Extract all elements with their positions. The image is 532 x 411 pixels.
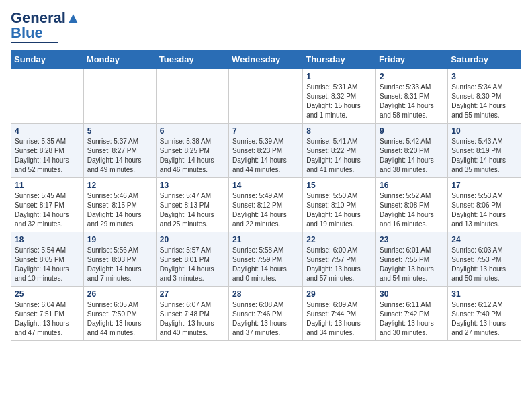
day-number: 27 (160, 289, 225, 299)
day-cell: 13 Sunrise: 5:47 AMSunset: 8:13 PMDaylig… (156, 178, 228, 232)
day-info: Sunrise: 6:12 AMSunset: 7:40 PMDaylight:… (451, 301, 506, 336)
day-info: Sunrise: 5:43 AMSunset: 8:19 PMDaylight:… (451, 138, 506, 173)
day-info: Sunrise: 5:35 AMSunset: 8:28 PMDaylight:… (15, 138, 69, 173)
day-info: Sunrise: 6:00 AMSunset: 7:57 PMDaylight:… (306, 246, 361, 282)
day-number: 18 (15, 235, 80, 244)
day-info: Sunrise: 5:41 AMSunset: 8:22 PMDaylight:… (306, 138, 361, 173)
logo: General▲ Blue (11, 11, 81, 43)
week-row-2: 4 Sunrise: 5:35 AMSunset: 8:28 PMDayligh… (11, 124, 521, 178)
day-number: 15 (306, 181, 372, 190)
calendar-table: SundayMondayTuesdayWednesdayThursdayFrid… (11, 50, 521, 341)
day-cell: 14 Sunrise: 5:49 AMSunset: 8:12 PMDaylig… (229, 178, 303, 232)
day-cell: 18 Sunrise: 5:54 AMSunset: 8:05 PMDaylig… (11, 232, 84, 287)
day-cell: 8 Sunrise: 5:41 AMSunset: 8:22 PMDayligh… (303, 124, 376, 178)
day-number: 22 (306, 235, 372, 244)
day-number: 11 (15, 181, 80, 190)
day-number: 26 (87, 289, 152, 299)
calendar-header: SundayMondayTuesdayWednesdayThursdayFrid… (11, 50, 521, 69)
week-row-4: 18 Sunrise: 5:54 AMSunset: 8:05 PMDaylig… (11, 232, 521, 287)
day-cell: 22 Sunrise: 6:00 AMSunset: 7:57 PMDaylig… (303, 232, 376, 287)
day-info: Sunrise: 5:46 AMSunset: 8:15 PMDaylight:… (87, 192, 142, 228)
day-info: Sunrise: 5:53 AMSunset: 8:06 PMDaylight:… (451, 192, 506, 228)
day-cell (11, 69, 84, 124)
day-number: 19 (87, 235, 152, 244)
day-cell: 23 Sunrise: 6:01 AMSunset: 7:55 PMDaylig… (376, 232, 448, 287)
day-number: 5 (87, 126, 152, 136)
day-cell: 15 Sunrise: 5:50 AMSunset: 8:10 PMDaylig… (303, 178, 376, 232)
weekday-row: SundayMondayTuesdayWednesdayThursdayFrid… (11, 50, 521, 69)
day-cell: 10 Sunrise: 5:43 AMSunset: 8:19 PMDaylig… (448, 124, 521, 178)
day-cell (156, 69, 228, 124)
day-cell: 6 Sunrise: 5:38 AMSunset: 8:25 PMDayligh… (156, 124, 228, 178)
day-number: 10 (451, 126, 517, 136)
weekday-header-friday: Friday (376, 50, 448, 69)
day-info: Sunrise: 6:07 AMSunset: 7:48 PMDaylight:… (160, 301, 214, 336)
day-info: Sunrise: 5:39 AMSunset: 8:23 PMDaylight:… (232, 138, 287, 173)
day-cell: 25 Sunrise: 6:04 AMSunset: 7:51 PMDaylig… (11, 287, 84, 341)
week-row-1: 1 Sunrise: 5:31 AMSunset: 8:32 PMDayligh… (11, 69, 521, 124)
day-number: 9 (380, 126, 444, 136)
day-info: Sunrise: 6:05 AMSunset: 7:50 PMDaylight:… (87, 301, 142, 336)
day-number: 6 (160, 126, 225, 136)
day-cell: 20 Sunrise: 5:57 AMSunset: 8:01 PMDaylig… (156, 232, 228, 287)
day-info: Sunrise: 5:38 AMSunset: 8:25 PMDaylight:… (160, 138, 214, 173)
day-number: 3 (451, 72, 517, 81)
day-info: Sunrise: 5:34 AMSunset: 8:30 PMDaylight:… (451, 83, 506, 119)
day-info: Sunrise: 5:42 AMSunset: 8:20 PMDaylight:… (380, 138, 434, 173)
logo-line (11, 42, 58, 43)
day-info: Sunrise: 6:03 AMSunset: 7:53 PMDaylight:… (451, 246, 506, 282)
day-info: Sunrise: 5:50 AMSunset: 8:10 PMDaylight:… (306, 192, 361, 228)
week-row-3: 11 Sunrise: 5:45 AMSunset: 8:17 PMDaylig… (11, 178, 521, 232)
day-info: Sunrise: 5:56 AMSunset: 8:03 PMDaylight:… (87, 246, 142, 282)
day-info: Sunrise: 5:57 AMSunset: 8:01 PMDaylight:… (160, 246, 214, 282)
day-number: 13 (160, 181, 225, 190)
day-number: 7 (232, 126, 299, 136)
day-cell (83, 69, 156, 124)
day-cell: 19 Sunrise: 5:56 AMSunset: 8:03 PMDaylig… (83, 232, 156, 287)
day-info: Sunrise: 5:49 AMSunset: 8:12 PMDaylight:… (232, 192, 287, 228)
day-number: 23 (380, 235, 444, 244)
day-info: Sunrise: 6:08 AMSunset: 7:46 PMDaylight:… (232, 301, 287, 336)
day-info: Sunrise: 6:09 AMSunset: 7:44 PMDaylight:… (306, 301, 361, 336)
day-info: Sunrise: 5:31 AMSunset: 8:32 PMDaylight:… (306, 83, 361, 119)
day-number: 20 (160, 235, 225, 244)
page-header: General▲ Blue (11, 11, 521, 43)
weekday-header-sunday: Sunday (11, 50, 84, 69)
day-cell: 30 Sunrise: 6:11 AMSunset: 7:42 PMDaylig… (376, 287, 448, 341)
day-number: 1 (306, 72, 372, 81)
calendar-body: 1 Sunrise: 5:31 AMSunset: 8:32 PMDayligh… (11, 69, 521, 341)
day-info: Sunrise: 5:47 AMSunset: 8:13 PMDaylight:… (160, 192, 214, 228)
day-cell: 27 Sunrise: 6:07 AMSunset: 7:48 PMDaylig… (156, 287, 228, 341)
weekday-header-wednesday: Wednesday (229, 50, 303, 69)
day-number: 24 (451, 235, 517, 244)
day-info: Sunrise: 5:58 AMSunset: 7:59 PMDaylight:… (232, 246, 287, 282)
day-cell: 7 Sunrise: 5:39 AMSunset: 8:23 PMDayligh… (229, 124, 303, 178)
day-info: Sunrise: 5:45 AMSunset: 8:17 PMDaylight:… (15, 192, 69, 228)
day-number: 8 (306, 126, 372, 136)
day-info: Sunrise: 6:01 AMSunset: 7:55 PMDaylight:… (380, 246, 434, 282)
day-number: 30 (380, 289, 444, 299)
day-cell: 29 Sunrise: 6:09 AMSunset: 7:44 PMDaylig… (303, 287, 376, 341)
day-info: Sunrise: 5:37 AMSunset: 8:27 PMDaylight:… (87, 138, 142, 173)
day-number: 25 (15, 289, 80, 299)
day-info: Sunrise: 6:11 AMSunset: 7:42 PMDaylight:… (380, 301, 434, 336)
day-cell: 3 Sunrise: 5:34 AMSunset: 8:30 PMDayligh… (448, 69, 521, 124)
day-cell: 17 Sunrise: 5:53 AMSunset: 8:06 PMDaylig… (448, 178, 521, 232)
logo-blue-text: Blue (11, 26, 43, 40)
day-cell: 1 Sunrise: 5:31 AMSunset: 8:32 PMDayligh… (303, 69, 376, 124)
day-number: 16 (380, 181, 444, 190)
day-cell: 26 Sunrise: 6:05 AMSunset: 7:50 PMDaylig… (83, 287, 156, 341)
day-cell: 28 Sunrise: 6:08 AMSunset: 7:46 PMDaylig… (229, 287, 303, 341)
day-cell: 24 Sunrise: 6:03 AMSunset: 7:53 PMDaylig… (448, 232, 521, 287)
day-cell (229, 69, 303, 124)
day-info: Sunrise: 5:33 AMSunset: 8:31 PMDaylight:… (380, 83, 434, 119)
day-info: Sunrise: 5:52 AMSunset: 8:08 PMDaylight:… (380, 192, 434, 228)
day-cell: 11 Sunrise: 5:45 AMSunset: 8:17 PMDaylig… (11, 178, 84, 232)
weekday-header-saturday: Saturday (448, 50, 521, 69)
weekday-header-monday: Monday (83, 50, 156, 69)
day-number: 14 (232, 181, 299, 190)
day-cell: 4 Sunrise: 5:35 AMSunset: 8:28 PMDayligh… (11, 124, 84, 178)
day-number: 29 (306, 289, 372, 299)
day-cell: 21 Sunrise: 5:58 AMSunset: 7:59 PMDaylig… (229, 232, 303, 287)
day-number: 21 (232, 235, 299, 244)
